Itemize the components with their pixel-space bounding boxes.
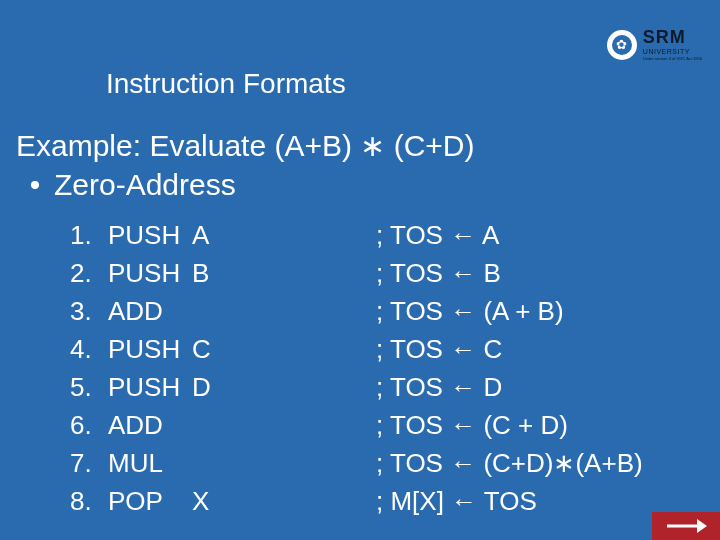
instr-number: 6. xyxy=(70,406,108,444)
example-line: Example: Evaluate (A+B) ∗ (C+D) xyxy=(16,128,475,163)
instr-op: PUSH xyxy=(108,368,192,406)
list-item: 4. PUSH C ; TOS ← C xyxy=(70,330,696,368)
instr-number: 1. xyxy=(70,216,108,254)
instr-number: 8. xyxy=(70,482,108,520)
instr-comment: ; TOS ← (C + D) xyxy=(238,406,696,444)
instr-comment: ; TOS ← A xyxy=(238,216,696,254)
instr-op: PUSH xyxy=(108,330,192,368)
instr-arg xyxy=(192,406,238,444)
logo-text-university: UNIVERSITY xyxy=(643,48,702,55)
instr-op: POP xyxy=(108,482,192,520)
instr-comment: ; M[X] ← TOS xyxy=(238,482,696,520)
bullet-zero-address: •Zero-Address xyxy=(16,168,236,202)
list-item: 6. ADD ; TOS ← (C + D) xyxy=(70,406,696,444)
instr-number: 2. xyxy=(70,254,108,292)
instr-op: ADD xyxy=(108,292,192,330)
list-item: 1. PUSH A ; TOS ← A xyxy=(70,216,696,254)
slide-title: Instruction Formats xyxy=(106,68,346,100)
list-item: 8. POP X ; M[X] ← TOS xyxy=(70,482,696,520)
next-slide-button[interactable] xyxy=(652,512,720,540)
instruction-list: 1. PUSH A ; TOS ← A 2. PUSH B ; TOS ← B … xyxy=(70,216,696,520)
instr-comment: ; TOS ← D xyxy=(238,368,696,406)
instr-op: MUL xyxy=(108,444,192,482)
instr-op: ADD xyxy=(108,406,192,444)
instr-number: 7. xyxy=(70,444,108,482)
bullet-label: Zero-Address xyxy=(54,168,236,201)
logo-tagline: Under section 3 of UGC Act 1956 xyxy=(643,57,702,61)
instr-arg: B xyxy=(192,254,238,292)
instr-comment: ; TOS ← (C+D)∗(A+B) xyxy=(238,444,696,482)
instr-comment: ; TOS ← C xyxy=(238,330,696,368)
instr-op: PUSH xyxy=(108,216,192,254)
instr-arg xyxy=(192,292,238,330)
instr-number: 3. xyxy=(70,292,108,330)
list-item: 3. ADD ; TOS ← (A + B) xyxy=(70,292,696,330)
list-item: 5. PUSH D ; TOS ← D xyxy=(70,368,696,406)
list-item: 2. PUSH B ; TOS ← B xyxy=(70,254,696,292)
logo-emblem: ✿ xyxy=(607,30,637,60)
instr-number: 5. xyxy=(70,368,108,406)
instr-arg xyxy=(192,444,238,482)
svg-marker-1 xyxy=(697,519,707,533)
instr-op: PUSH xyxy=(108,254,192,292)
instr-comment: ; TOS ← B xyxy=(238,254,696,292)
logo-text-srm: SRM xyxy=(643,28,702,46)
instr-number: 4. xyxy=(70,330,108,368)
srm-logo: ✿ SRM UNIVERSITY Under section 3 of UGC … xyxy=(607,28,702,61)
instr-arg: C xyxy=(192,330,238,368)
arrow-right-icon xyxy=(665,517,707,535)
bullet-dot: • xyxy=(16,168,54,202)
instr-comment: ; TOS ← (A + B) xyxy=(238,292,696,330)
flower-icon: ✿ xyxy=(616,38,627,51)
instr-arg: X xyxy=(192,482,238,520)
list-item: 7. MUL ; TOS ← (C+D)∗(A+B) xyxy=(70,444,696,482)
instr-arg: D xyxy=(192,368,238,406)
instr-arg: A xyxy=(192,216,238,254)
